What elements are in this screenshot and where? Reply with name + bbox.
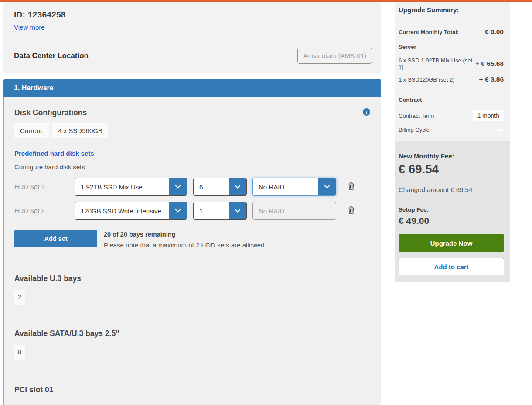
hardware-panel: Disk Configurations i Current: 4 x SSD96…	[3, 97, 381, 405]
hdd-set-2-raid-select-disabled: No RAID	[252, 202, 336, 220]
available-u3-bays-section: Available U.3 bays 2	[4, 262, 381, 317]
hdd-set-2-delete-button[interactable]	[348, 206, 355, 215]
contract-term-value: 1 month	[473, 110, 504, 121]
summary-item-row: 1 x SSD120GB (set 2) + € 3.86	[399, 76, 504, 83]
hdd-set-row-1: HDD Set 1 1.92TB SSD Mix Use 6	[14, 178, 370, 196]
bays-remaining-text: 20 of 20 bays remaining	[104, 231, 266, 238]
available-sata-bays-title: Available SATA/U.3 bays 2.5"	[14, 329, 370, 338]
server-id: ID: 12364258	[14, 10, 371, 20]
current-config-row: Current: 4 x SSD960GB	[14, 123, 370, 138]
hdd-set-2-label: HDD Set 2	[14, 207, 75, 214]
trash-icon	[348, 182, 355, 191]
new-monthly-fee-value: € 69.54	[399, 163, 504, 176]
server-group-label: Server	[399, 44, 504, 50]
chevron-down-icon	[169, 178, 187, 195]
current-value: 4 x SSD960GB	[52, 123, 108, 138]
billing-cycle-label: Billing Cycle	[399, 127, 430, 133]
setup-fee-value: € 49.00	[399, 216, 504, 226]
chevron-down-icon	[229, 178, 246, 195]
max-sets-note: Please note that a maximum of 2 HDD sets…	[104, 241, 266, 249]
hdd-set-1-quantity-value: 6	[194, 178, 229, 195]
hdd-set-2-disk-value: 120GB SSD Write Intensive	[75, 202, 169, 219]
summary-item-price: + € 3.86	[479, 76, 504, 83]
data-center-section: Data Center Location Amsterdam (AMS-01)	[3, 38, 381, 73]
data-center-label: Data Center Location	[14, 51, 89, 60]
disk-configurations-section: Disk Configurations i Current: 4 x SSD96…	[4, 97, 381, 262]
trash-icon	[348, 206, 355, 215]
configure-disk-sets-label: Configure hard disk sets	[14, 163, 370, 171]
hdd-set-2-disk-select[interactable]: 120GB SSD Write Intensive	[75, 202, 187, 220]
available-u3-bays-value: 2	[14, 290, 25, 305]
billing-cycle-row: Billing Cycle	[399, 127, 504, 133]
server-info-card: ID: 12364258 View more Data Center Locat…	[3, 2, 381, 73]
summary-top-panel: Upgrade Summary: Current Monthly Total: …	[395, 2, 510, 141]
changed-amount-text: Changed amount € 69.54	[399, 186, 504, 193]
upgrade-summary-title: Upgrade Summary:	[395, 2, 510, 19]
add-to-cart-button[interactable]: Add to cart	[399, 258, 504, 275]
summary-item-row: 6 x SSD 1.92TB Mix Use (set 1) + € 65.68	[399, 57, 504, 70]
chevron-down-icon	[169, 202, 187, 219]
server-id-section: ID: 12364258 View more	[3, 2, 381, 38]
contract-group-label: Contract	[399, 96, 504, 103]
contract-term-row: Contract Term 1 month	[399, 110, 504, 121]
disk-configurations-title: Disk Configurations	[14, 108, 87, 117]
page-layout: ID: 12364258 View more Data Center Locat…	[0, 2, 532, 405]
hdd-set-1-disk-value: 1.92TB SSD Mix Use	[75, 178, 169, 195]
hdd-set-1-disk-select[interactable]: 1.92TB SSD Mix Use	[75, 178, 187, 196]
summary-item-price: + € 65.68	[475, 60, 504, 68]
hdd-set-2-raid-value: No RAID	[253, 202, 336, 219]
current-monthly-value: € 0.00	[485, 28, 504, 36]
bays-note: 20 of 20 bays remaining Please note that…	[104, 230, 266, 249]
pci-slot-title: PCI slot 01	[14, 385, 370, 395]
hdd-set-1-raid-value: No RAID	[253, 178, 318, 195]
pci-slot-section: PCI slot 01	[4, 372, 381, 405]
available-sata-bays-value: 8	[14, 345, 25, 360]
chevron-down-icon	[229, 202, 246, 219]
add-set-button[interactable]: Add set	[14, 230, 97, 247]
current-monthly-row: Current Monthly Total: € 0.00	[399, 28, 504, 36]
current-monthly-label: Current Monthly Total:	[399, 29, 459, 35]
billing-cycle-value-pill	[496, 129, 503, 131]
new-monthly-fee-label: New Monthly Fee:	[399, 152, 504, 160]
setup-fee-label: Setup Fee:	[399, 206, 504, 213]
available-u3-bays-title: Available U.3 bays	[14, 274, 370, 283]
upgrade-now-button[interactable]: Upgrade Now	[399, 234, 504, 252]
current-label: Current:	[14, 123, 49, 138]
main-column: ID: 12364258 View more Data Center Locat…	[3, 2, 381, 405]
view-more-link[interactable]: View more	[14, 24, 45, 31]
hdd-set-1-raid-select[interactable]: No RAID	[252, 178, 336, 196]
hdd-set-2-quantity-value: 1	[194, 202, 229, 219]
summary-item-name: 1 x SSD120GB (set 2)	[399, 76, 455, 83]
hdd-set-2-quantity-select[interactable]: 1	[193, 202, 247, 220]
chevron-down-icon	[318, 178, 336, 195]
summary-item-name: 6 x SSD 1.92TB Mix Use (set 1)	[399, 57, 475, 70]
summary-fee-panel: New Monthly Fee: € 69.54 Changed amount …	[395, 141, 510, 282]
hdd-set-1-label: HDD Set 1	[14, 183, 75, 190]
predefined-disk-sets-link[interactable]: Predefined hard disk sets	[14, 150, 94, 157]
available-sata-bays-section: Available SATA/U.3 bays 2.5" 8	[4, 317, 381, 372]
info-icon[interactable]: i	[363, 108, 370, 116]
contract-term-label: Contract Term	[399, 113, 434, 119]
hdd-set-1-quantity-select[interactable]: 6	[193, 178, 247, 196]
add-set-row: Add set 20 of 20 bays remaining Please n…	[14, 230, 370, 249]
data-center-select: Amsterdam (AMS-01)	[297, 48, 372, 64]
hdd-set-1-delete-button[interactable]	[348, 182, 355, 191]
hdd-set-row-2: HDD Set 2 120GB SSD Write Intensive 1	[14, 202, 370, 220]
upgrade-summary-sidebar: Upgrade Summary: Current Monthly Total: …	[395, 2, 510, 282]
hardware-section-header: 1. Hardware	[3, 79, 381, 97]
